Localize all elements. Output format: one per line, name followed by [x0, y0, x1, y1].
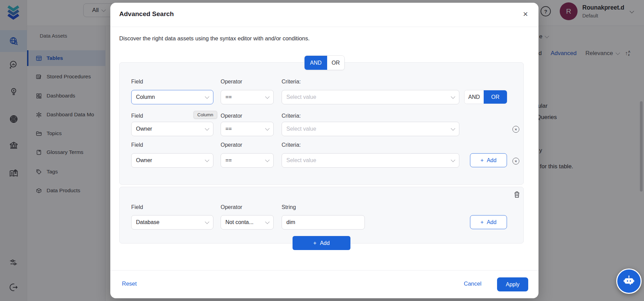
add-group-button[interactable]: + Add — [293, 236, 350, 250]
chevron-down-icon — [265, 158, 270, 162]
field-select[interactable]: Database — [131, 215, 213, 230]
chevron-down-icon — [265, 94, 270, 99]
field-label: Field — [131, 142, 143, 148]
chevron-down-icon — [205, 126, 209, 131]
field-tooltip: Column — [194, 111, 217, 119]
toggle-or-button[interactable]: OR — [327, 56, 344, 70]
reset-link[interactable]: Reset — [122, 280, 137, 287]
operator-label: Operator — [221, 79, 242, 85]
apply-button[interactable]: Apply — [497, 277, 528, 291]
chevron-down-icon — [265, 220, 270, 224]
group-logic-toggle: AND OR — [304, 55, 345, 70]
chevron-down-icon — [451, 158, 455, 162]
criteria-select[interactable]: Select value — [282, 153, 459, 168]
cancel-link[interactable]: Cancel — [464, 280, 481, 287]
field-select[interactable]: Owner — [131, 153, 213, 168]
field-label: Field — [131, 204, 143, 210]
remove-condition-icon[interactable]: ✕ — [512, 158, 519, 165]
delete-group-icon[interactable] — [513, 191, 521, 199]
joiner-and-button[interactable]: AND — [465, 90, 484, 104]
condition-group-1: Field Operator Criteria: Column == Selec… — [119, 62, 524, 185]
add-condition-button[interactable]: + Add — [470, 153, 507, 167]
operator-label: Operator — [221, 142, 242, 148]
remove-condition-icon[interactable]: ✕ — [512, 126, 519, 133]
chevron-down-icon — [205, 158, 209, 162]
header-divider — [110, 27, 538, 27]
criteria-label: Criteria: — [282, 113, 301, 119]
close-icon[interactable]: ✕ — [523, 10, 528, 18]
operator-select[interactable]: == — [221, 90, 274, 104]
operator-select[interactable]: == — [221, 153, 274, 168]
joiner-or-button[interactable]: OR — [484, 90, 507, 104]
row-logic-toggle: AND OR — [464, 90, 507, 104]
plus-icon: + — [313, 240, 317, 246]
chevron-down-icon — [451, 94, 455, 99]
add-condition-button[interactable]: + Add — [470, 215, 507, 229]
operator-label: Operator — [221, 204, 242, 210]
modal-subtitle: Discover the right data assets using the… — [119, 35, 310, 42]
chatbot-button[interactable] — [616, 269, 642, 294]
advanced-search-modal: Advanced Search ✕ Discover the right dat… — [110, 3, 538, 298]
criteria-label: Criteria: — [282, 142, 301, 148]
field-label: Field — [131, 79, 143, 85]
field-select[interactable]: Owner — [131, 122, 213, 136]
string-input[interactable] — [282, 215, 365, 230]
chevron-down-icon — [265, 126, 270, 131]
criteria-select[interactable]: Select value — [282, 122, 459, 136]
operator-select[interactable]: Not conta... — [221, 215, 274, 230]
app-root: Data Assets Tables Stored Procedures Das… — [0, 0, 644, 301]
criteria-label: Criteria: — [282, 79, 301, 85]
chevron-down-icon — [205, 220, 209, 224]
robot-icon — [622, 274, 636, 288]
chevron-down-icon — [451, 126, 455, 131]
condition-group-2: Field Operator String Database Not conta… — [119, 187, 524, 244]
operator-select[interactable]: == — [221, 122, 274, 136]
modal-title: Advanced Search — [119, 10, 174, 18]
chevron-down-icon — [205, 94, 209, 99]
operator-label: Operator — [221, 113, 242, 119]
plus-icon: + — [481, 157, 484, 163]
field-label: Field — [131, 113, 143, 119]
toggle-and-button[interactable]: AND — [305, 56, 327, 70]
field-select[interactable]: Column — [131, 90, 213, 104]
criteria-select[interactable]: Select value — [282, 90, 459, 104]
plus-icon: + — [481, 219, 484, 225]
string-label: String — [282, 204, 296, 210]
